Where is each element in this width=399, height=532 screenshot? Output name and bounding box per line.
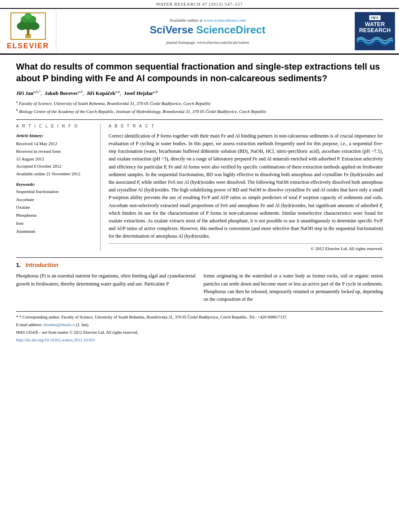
page-wrapper: WATER RESEARCH 47 (2013) 547–557 ELSEVIE… [0, 0, 399, 351]
email-link[interactable]: blondos@email.cz [43, 322, 75, 327]
sciencedirect-link[interactable]: www.sciencedirect.com [204, 18, 246, 23]
keyword-1: Sequential fractionation [16, 188, 94, 196]
keywords-label: Keywords: [16, 182, 94, 187]
svg-point-4 [29, 22, 39, 30]
footnote-section: * * Corresponding author. Faculty of Sci… [16, 311, 383, 343]
author-2: Jakub Borovec [45, 90, 78, 97]
article-history: Article history: Received 14 May 2012 Re… [16, 132, 94, 178]
affiliations: a Faculty of Science, University of Sout… [16, 99, 383, 115]
elsevier-brand: ELSEVIER [7, 42, 49, 50]
svg-point-7 [25, 13, 32, 19]
wr-title2: RESEARCH [359, 27, 391, 33]
elsevier-logo: ELSEVIER [4, 12, 56, 50]
keywords-list: Sequential fractionation Ascorbate Oxala… [16, 188, 94, 236]
intro-right-text: forms originating in the watershed or a … [204, 272, 383, 303]
intro-left-text: Phosphorus (P) is an essential nutrient … [16, 272, 195, 288]
author-1: Jiří Jan [16, 90, 33, 97]
corresponding-footnote: * * Corresponding author. Faculty of Sci… [16, 314, 383, 321]
history-dates: Received 14 May 2012 Received in revised… [16, 140, 94, 177]
journal-top-header: WATER RESEARCH 47 (2013) 547–557 [0, 0, 399, 9]
affil-1: a Faculty of Science, University of Sout… [16, 99, 383, 107]
wr-title1: WATER [365, 21, 385, 27]
article-title: What do results of common sequential fra… [16, 61, 383, 84]
section-divider [16, 257, 383, 258]
author-3: Jiří Kopáček [86, 90, 115, 97]
journal-citation: WATER RESEARCH 47 (2013) 547–557 [156, 2, 243, 6]
revised-label: Received in revised form [16, 148, 94, 155]
section-title: Introduction [25, 262, 58, 268]
iwa-badge: IWA [369, 15, 380, 20]
intro-columns: Phosphorus (P) is an essential nutrient … [16, 272, 383, 303]
email-label: E-mail address: [16, 322, 43, 327]
authors-line: Jiří Jana,b,*, Jakub Boroveca,b, Jiří Ko… [16, 90, 383, 97]
elsevier-tree-svg [10, 12, 46, 40]
author-1-sup: a,b,* [33, 90, 41, 94]
email-footnote: E-mail address: blondos@email.cz (J. Jan… [16, 322, 383, 329]
doi-line: http://dx.doi.org/10.1016/j.watres.2012.… [16, 337, 383, 344]
water-waves-icon [357, 35, 393, 47]
journal-homepage: journal homepage: www.elsevier.com/locat… [166, 40, 249, 45]
author-3-sup: a,b [115, 90, 120, 94]
keyword-2: Ascorbate [16, 196, 94, 204]
doi-link[interactable]: http://dx.doi.org/10.1016/j.watres.2012.… [16, 338, 95, 342]
intro-left-col: Phosphorus (P) is an essential nutrient … [16, 272, 195, 303]
keyword-4: Phosphorus [16, 212, 94, 220]
keyword-6: Aluminum [16, 228, 94, 236]
journal-center: Available online at www.sciencedirect.co… [60, 12, 355, 50]
info-abstract-columns: A R T I C L E I N F O Article history: R… [16, 119, 383, 251]
copyright-line: © 2012 Elsevier Ltd. All rights reserved… [109, 243, 383, 251]
intro-right-col: forms originating in the watershed or a … [204, 272, 383, 303]
abstract-column: A B S T R A C T Correct identification o… [109, 124, 383, 251]
abstract-text: Correct identification of P forms togeth… [109, 132, 383, 240]
accepted-date: Accepted 6 October 2012 [16, 162, 94, 170]
corresponding-star: * [16, 315, 18, 319]
received-date: Received 14 May 2012 [16, 140, 94, 148]
email-note: (J. Jan). [76, 322, 89, 327]
affil-1-text: Faculty of Science, University of South … [19, 101, 211, 105]
main-content: What do results of common sequential fra… [0, 55, 399, 351]
affil-2: b Biology Centre of the Academy of the C… [16, 107, 383, 115]
corresponding-text: * Corresponding author. Faculty of Scien… [19, 315, 288, 319]
available-online-text: Available online at www.sciencedirect.co… [169, 18, 246, 23]
abstract-heading: A B S T R A C T [109, 124, 383, 128]
section-number: 1. [16, 262, 21, 268]
issn-line: 0043-1354/$ – see front matter © 2012 El… [16, 329, 383, 336]
author-2-sup: a,b [78, 90, 82, 94]
intro-heading: 1. Introduction [16, 262, 383, 268]
affil-2-text: Biology Centre of the Academy of the Cze… [19, 109, 267, 113]
history-label: Article history: [16, 132, 94, 139]
available-date: Available online 21 November 2012 [16, 170, 94, 178]
author-4-sup: a,b [153, 90, 158, 94]
svg-point-3 [17, 22, 27, 30]
journal-header: ELSEVIER Available online at www.science… [0, 9, 399, 55]
revised-date: 15 August 2012 [16, 155, 94, 163]
keyword-3: Oxalate [16, 203, 94, 212]
water-research-badge: IWA WATER RESEARCH [355, 12, 395, 50]
sciverse-logo: SciVerse ScienceDirect [150, 24, 265, 36]
article-info-heading: A R T I C L E I N F O [16, 124, 94, 128]
sciverse-text: SciVerse [150, 24, 196, 36]
affil-1-sup: a [16, 100, 18, 104]
keyword-5: Iron [16, 220, 94, 228]
keywords-section: Keywords: Sequential fractionation Ascor… [16, 182, 94, 236]
author-4: Josef Hejzlar [124, 90, 153, 97]
article-info-column: A R T I C L E I N F O Article history: R… [16, 124, 101, 251]
affil-2-sup: b [16, 108, 18, 112]
